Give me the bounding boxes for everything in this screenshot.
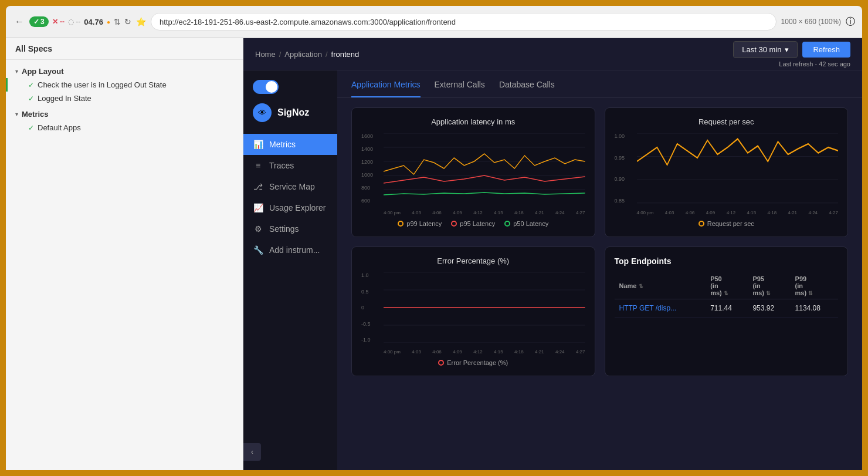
collapse-arrow: ▾ (15, 68, 18, 75)
endpoint-link[interactable]: HTTP GET /disp... (619, 304, 677, 312)
status-dot: ● (107, 19, 110, 25)
sort-icon-p50: ⇅ (724, 291, 728, 296)
check-icon: ✓ (28, 81, 34, 89)
spinner: ◌ -- (68, 18, 80, 26)
latency-chart-area: 1600 1400 1200 1000 800 600 (361, 133, 585, 215)
p50-dot (504, 221, 510, 227)
nav-item-usage[interactable]: 📈 Usage Explorer (243, 197, 337, 218)
rps-svg (637, 133, 839, 204)
reload-icon[interactable]: ↻ (124, 17, 131, 26)
error-chart-title: Error Percentage (%) (361, 256, 585, 265)
nav-item-add[interactable]: 🔧 Add instrum... (243, 239, 337, 261)
check-icon: ✓ (28, 124, 34, 132)
tab-external-calls[interactable]: External Calls (435, 80, 485, 97)
metrics-icon: 📊 (253, 140, 263, 149)
tree-group-header-metrics[interactable]: ▾ Metrics (6, 107, 243, 121)
cypress-panel: All Specs ▾ App Layout ✓ Check the user … (6, 38, 243, 470)
item-label: Default Apps (38, 123, 81, 132)
service-map-icon: ⎇ (253, 182, 263, 191)
nav-label-service-map: Service Map (269, 182, 315, 191)
add-icon: 🔧 (253, 245, 263, 255)
topbar-right: Last 30 min ▾ Refresh Last refresh - 42 … (733, 41, 850, 67)
nav-label-add: Add instrum... (269, 245, 320, 255)
nav-item-settings[interactable]: ⚙ Settings (243, 218, 337, 239)
browser-chrome: ← ✓ 3 ✕ -- ◌ -- 04.76 ● ⇅ ↻ ⭐ http://ec2… (6, 6, 862, 38)
col-p99[interactable]: P99(inms) ⇅ (791, 273, 838, 299)
breadcrumb-app[interactable]: Application (284, 50, 322, 59)
rps-chart-title: Request per sec (615, 117, 839, 126)
rps-dot (699, 221, 704, 227)
p99-dot (398, 221, 404, 227)
legend-rps: Request per sec (699, 220, 754, 227)
nav-item-metrics[interactable]: 📊 Metrics (243, 134, 337, 155)
error-legend: Error Percentage (%) (361, 359, 585, 366)
item-label: Check the user is in Logged Out State (38, 80, 167, 89)
tree-group-metrics: ▾ Metrics ✓ Default Apps (6, 107, 243, 134)
sidebar-logo: 👁 SigNoz (243, 103, 337, 134)
endpoints-table: Name ⇅ P50(inms) ⇅ P95(inms) ⇅ P99(inms)… (615, 273, 839, 318)
legend-error: Error Percentage (%) (438, 359, 508, 366)
endpoint-p95: 953.92 (748, 299, 790, 318)
breadcrumb-current: frontend (331, 50, 360, 59)
legend-p50: p50 Latency (504, 220, 548, 227)
tab-database-calls[interactable]: Database Calls (499, 80, 555, 97)
error-chart-inner (384, 272, 585, 343)
error-chart-card: Error Percentage (%) 1.0 0.5 0 -0.5 -1.0 (351, 247, 595, 376)
app-inner: 👁 SigNoz 📊 Metrics ≡ Traces ⎇ Service Ma… (243, 70, 862, 470)
usage-icon: 📈 (253, 203, 263, 212)
col-name[interactable]: Name ⇅ (615, 273, 706, 299)
nav-label-usage: Usage Explorer (269, 203, 326, 212)
sort-icon-p99: ⇅ (808, 291, 813, 296)
back-button[interactable]: ← (13, 15, 26, 28)
p50-label: p50 Latency (513, 220, 548, 227)
time-selector-label: Last 30 min (742, 45, 781, 54)
error-x-labels: 4:00 pm 4:03 4:06 4:09 4:12 4:15 4:18 4:… (384, 349, 585, 355)
latency-chart-inner (384, 133, 585, 204)
nav-item-traces[interactable]: ≡ Traces (243, 155, 337, 176)
breadcrumb-home[interactable]: Home (255, 50, 276, 59)
nav-label-settings: Settings (269, 224, 299, 234)
browser-controls: ← ✓ 3 ✕ -- ◌ -- 04.76 ● ⇅ ↻ (13, 15, 131, 28)
rps-label: Request per sec (707, 220, 754, 227)
time-selector[interactable]: Last 30 min ▾ (733, 41, 798, 58)
nav-label-metrics: Metrics (269, 140, 296, 149)
latency-chart-card: Application latency in ms 1600 1400 1200… (351, 107, 595, 237)
col-p95[interactable]: P95(inms) ⇅ (748, 273, 790, 299)
tab-app-metrics[interactable]: Application Metrics (351, 80, 421, 97)
tab-app-metrics-label: Application Metrics (351, 80, 421, 89)
latency-x-labels: 4:00 pm 4:03 4:06 4:09 4:12 4:15 4:18 4:… (384, 210, 585, 215)
tab-database-calls-label: Database Calls (499, 80, 555, 89)
legend-p99: p99 Latency (398, 220, 442, 227)
nav-item-service-map[interactable]: ⎇ Service Map (243, 176, 337, 197)
star-icon[interactable]: ⭐ (136, 17, 146, 26)
timer: 04.76 (84, 18, 103, 26)
latency-legend: p99 Latency p95 Latency p50 Latency (361, 220, 585, 227)
x-badge: ✕ -- (52, 18, 65, 26)
collapse-sidebar-button[interactable]: ‹ (243, 443, 261, 461)
nav-label-traces: Traces (269, 161, 294, 170)
endpoint-name[interactable]: HTTP GET /disp... (615, 299, 706, 318)
app-topbar: Home / Application / frontend Last 30 mi… (243, 38, 862, 70)
check-icon: ✓ (28, 94, 34, 103)
rps-chart-inner (637, 133, 839, 204)
latency-y-labels: 1600 1400 1200 1000 800 600 (361, 133, 382, 204)
item-label: Logged In State (38, 94, 91, 103)
address-bar[interactable]: http://ec2-18-191-251-86.us-east-2.compu… (151, 13, 777, 31)
col-p50[interactable]: P50(inms) ⇅ (706, 273, 748, 299)
tree-item-default-apps[interactable]: ✓ Default Apps (6, 121, 243, 134)
app-sidebar: 👁 SigNoz 📊 Metrics ≡ Traces ⎇ Service Ma… (243, 70, 337, 470)
breadcrumb-sep2: / (326, 50, 328, 59)
error-y-labels: 1.0 0.5 0 -0.5 -1.0 (361, 272, 382, 343)
logo-icon: 👁 (253, 103, 272, 122)
p95-dot (451, 221, 457, 227)
main-container: All Specs ▾ App Layout ✓ Check the user … (6, 38, 862, 470)
tree-item-logged-in[interactable]: ✓ Logged In State (6, 92, 243, 105)
charts-grid: Application latency in ms 1600 1400 1200… (337, 98, 862, 386)
tree-item-logged-out[interactable]: ✓ Check the user is in Logged Out State (6, 78, 243, 92)
tree-group-header-app-layout[interactable]: ▾ App Layout (6, 65, 243, 78)
refresh-button[interactable]: Refresh (802, 42, 850, 58)
sort-icon-name: ⇅ (639, 283, 643, 289)
endpoints-title: Top Endpoints (615, 256, 839, 266)
toggle-switch[interactable] (253, 80, 279, 94)
sort-icon-p95: ⇅ (766, 291, 771, 296)
